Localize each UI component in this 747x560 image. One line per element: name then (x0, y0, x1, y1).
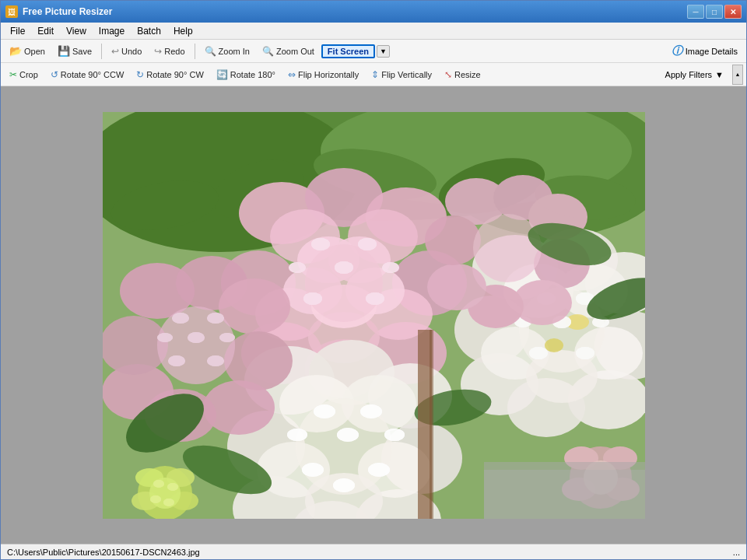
separator-1 (101, 44, 102, 59)
rotate-ccw-button[interactable]: ↺ Rotate 90° CCW (45, 67, 129, 82)
separator-2 (195, 44, 195, 59)
svg-point-38 (382, 262, 399, 273)
svg-point-100 (368, 463, 390, 477)
menu-image[interactable]: Image (93, 24, 131, 38)
redo-button[interactable]: ↪ Redo (149, 44, 190, 59)
menu-bar: File Edit View Image Batch Help (1, 23, 746, 40)
close-button[interactable]: ✕ (724, 5, 742, 19)
zoom-out-button[interactable]: 🔍 Zoom Out (257, 44, 320, 59)
menu-view[interactable]: View (60, 24, 93, 38)
apply-filters-dropdown-icon: ▼ (715, 70, 724, 79)
svg-rect-163 (484, 470, 645, 519)
svg-point-70 (529, 347, 548, 359)
maximize-button[interactable]: □ (706, 5, 723, 19)
flip-h-icon: ⇔ (288, 69, 296, 80)
flip-v-button[interactable]: ⇕ Flip Vertically (366, 67, 437, 82)
svg-point-102 (333, 478, 355, 492)
svg-point-98 (302, 463, 324, 477)
image-details-button[interactable]: ⓘ Image Details (666, 42, 743, 61)
svg-point-90 (360, 404, 382, 418)
rotate-cw-button[interactable]: ↻ Rotate 90° CW (131, 67, 209, 82)
save-button[interactable]: 💾 Save (52, 43, 97, 59)
file-path: C:\Users\Public\Pictures\20150617-DSCN24… (7, 548, 200, 557)
svg-point-36 (289, 262, 306, 273)
zoom-in-icon: 🔍 (205, 46, 216, 57)
svg-point-117 (188, 332, 205, 343)
size-indicator: ... (733, 548, 740, 557)
toolbar-1: 📂 Open 💾 Save ↩ Undo ↪ Redo 🔍 Zoom In 🔍 … (1, 40, 746, 63)
svg-point-113 (172, 313, 189, 324)
svg-point-30 (311, 238, 330, 250)
undo-icon: ↩ (111, 46, 119, 57)
rotate-180-button[interactable]: 🔄 Rotate 180° (211, 67, 281, 82)
undo-button[interactable]: ↩ Undo (106, 44, 147, 59)
open-button[interactable]: 📂 Open (4, 43, 51, 59)
main-window: 🖼 Free Picture Resizer ─ □ ✕ File Edit V… (0, 0, 747, 560)
svg-point-32 (358, 238, 377, 250)
info-icon: ⓘ (672, 44, 682, 58)
menu-edit[interactable]: Edit (31, 24, 60, 38)
apply-filters-button[interactable]: Apply Filters ▼ (658, 68, 731, 82)
svg-point-125 (207, 355, 224, 366)
svg-rect-161 (430, 330, 433, 519)
svg-point-123 (168, 355, 185, 366)
svg-point-134 (473, 214, 542, 282)
rotate-180-icon: 🔄 (216, 69, 228, 80)
zoom-in-button[interactable]: 🔍 Zoom In (199, 44, 255, 59)
svg-point-133 (425, 215, 481, 265)
svg-point-28 (305, 244, 383, 322)
svg-point-58 (545, 338, 563, 352)
fit-screen-dropdown[interactable]: ▼ (377, 45, 390, 58)
zoom-out-icon: 🔍 (262, 46, 274, 57)
resize-icon: ⤡ (444, 69, 452, 80)
svg-point-149 (167, 483, 178, 491)
svg-point-42 (366, 292, 384, 305)
window-controls: ─ □ ✕ (687, 5, 742, 19)
flip-h-button[interactable]: ⇔ Flip Horizontally (282, 67, 364, 82)
rotate-ccw-icon: ↺ (51, 69, 58, 80)
svg-point-115 (207, 313, 224, 324)
crop-icon: ✂ (9, 69, 17, 80)
menu-file[interactable]: File (4, 24, 31, 38)
svg-point-121 (219, 333, 235, 342)
menu-help[interactable]: Help (167, 24, 199, 38)
crop-button[interactable]: ✂ Crop (4, 67, 44, 82)
menu-batch[interactable]: Batch (131, 24, 167, 38)
minimize-button[interactable]: ─ (687, 5, 704, 19)
svg-point-72 (576, 347, 594, 359)
svg-point-147 (153, 480, 164, 488)
app-icon: 🖼 (5, 5, 18, 18)
svg-point-153 (150, 495, 161, 503)
toolbar-2: ✂ Crop ↺ Rotate 90° CCW ↻ Rotate 90° CW … (1, 63, 746, 86)
svg-point-96 (384, 429, 405, 441)
title-bar: 🖼 Free Picture Resizer ─ □ ✕ (1, 1, 746, 23)
redo-icon: ↪ (154, 46, 162, 57)
svg-point-151 (163, 499, 174, 506)
svg-point-119 (157, 333, 173, 342)
fit-screen-button[interactable]: Fit Screen (321, 44, 375, 58)
svg-point-34 (335, 261, 353, 274)
window-title: Free Picture Resizer (23, 6, 687, 17)
svg-point-132 (427, 264, 486, 310)
toolbar-scrollbar[interactable]: ▲ (732, 65, 743, 85)
svg-point-40 (303, 292, 322, 305)
save-icon: 💾 (58, 45, 70, 57)
svg-point-88 (314, 404, 335, 418)
canvas-area (1, 86, 746, 544)
svg-point-94 (287, 429, 307, 441)
rotate-cw-icon: ↻ (136, 69, 144, 80)
flower-svg (103, 112, 645, 519)
flip-v-icon: ⇕ (371, 69, 379, 80)
svg-point-92 (337, 428, 359, 442)
open-icon: 📂 (9, 45, 22, 57)
resize-button[interactable]: ⤡ Resize (439, 67, 486, 82)
status-bar: C:\Users\Public\Pictures\20150617-DSCN24… (1, 544, 746, 559)
image-canvas (103, 112, 645, 519)
